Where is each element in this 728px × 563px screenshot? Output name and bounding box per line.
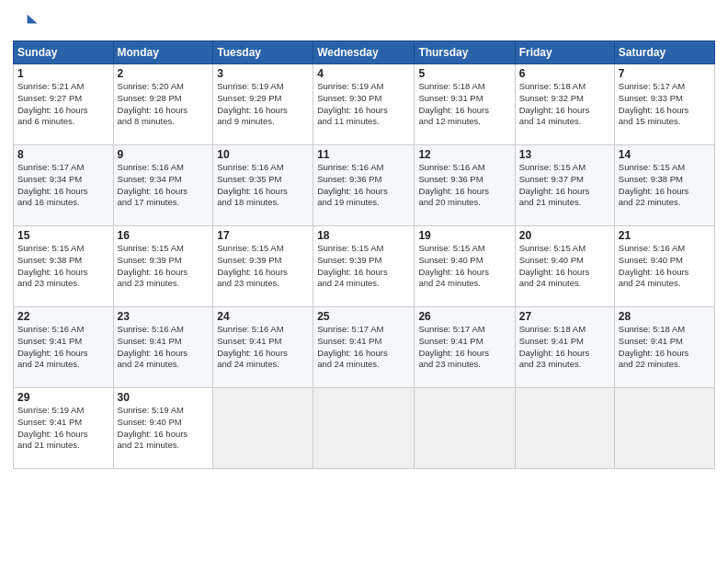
- calendar-cell: 27Sunrise: 5:18 AMSunset: 9:41 PMDayligh…: [515, 307, 614, 388]
- daylight-label: Daylight: 16 hours: [418, 348, 489, 358]
- calendar-week-1: 1Sunrise: 5:21 AMSunset: 9:27 PMDaylight…: [14, 64, 715, 145]
- sunrise-label: Sunrise: 5:15 AM: [519, 243, 586, 253]
- daylight-minutes: and 24 minutes.: [619, 278, 681, 288]
- day-info: Sunrise: 5:15 AMSunset: 9:38 PMDaylight:…: [17, 243, 109, 290]
- day-number: 19: [418, 229, 510, 242]
- day-number: 18: [317, 229, 410, 242]
- daylight-label: Daylight: 16 hours: [118, 186, 188, 196]
- calendar-cell: [614, 388, 714, 469]
- daylight-minutes: and 23 minutes.: [418, 359, 481, 369]
- daylight-minutes: and 12 minutes.: [418, 116, 481, 126]
- daylight-minutes: and 24 minutes.: [217, 359, 279, 369]
- sunset-label: Sunset: 9:32 PM: [519, 93, 584, 103]
- day-number: 27: [519, 310, 610, 323]
- day-number: 2: [118, 67, 210, 80]
- sunrise-label: Sunrise: 5:15 AM: [519, 162, 586, 172]
- daylight-label: Daylight: 16 hours: [118, 105, 188, 115]
- daylight-minutes: and 23 minutes.: [217, 278, 279, 288]
- day-number: 24: [217, 310, 309, 323]
- day-info: Sunrise: 5:20 AMSunset: 9:28 PMDaylight:…: [118, 81, 210, 128]
- daylight-label: Daylight: 16 hours: [118, 348, 188, 358]
- daylight-minutes: and 23 minutes.: [519, 359, 582, 369]
- calendar-cell: 15Sunrise: 5:15 AMSunset: 9:38 PMDayligh…: [14, 226, 114, 307]
- sunrise-label: Sunrise: 5:19 AM: [317, 81, 383, 91]
- daylight-minutes: and 24 minutes.: [418, 278, 481, 288]
- sunset-label: Sunset: 9:31 PM: [418, 93, 483, 103]
- day-number: 17: [217, 229, 309, 242]
- day-info: Sunrise: 5:19 AMSunset: 9:40 PMDaylight:…: [118, 405, 210, 452]
- day-number: 14: [619, 148, 711, 161]
- day-number: 21: [619, 229, 711, 242]
- sunrise-label: Sunrise: 5:17 AM: [418, 324, 484, 334]
- sunrise-label: Sunrise: 5:15 AM: [217, 243, 283, 253]
- day-info: Sunrise: 5:16 AMSunset: 9:36 PMDaylight:…: [418, 162, 510, 209]
- calendar-cell: 2Sunrise: 5:20 AMSunset: 9:28 PMDaylight…: [113, 64, 213, 145]
- calendar-cell: 24Sunrise: 5:16 AMSunset: 9:41 PMDayligh…: [213, 307, 313, 388]
- daylight-label: Daylight: 16 hours: [519, 348, 590, 358]
- calendar-cell: 22Sunrise: 5:16 AMSunset: 9:41 PMDayligh…: [14, 307, 114, 388]
- day-info: Sunrise: 5:16 AMSunset: 9:41 PMDaylight:…: [17, 324, 109, 371]
- sunset-label: Sunset: 9:40 PM: [519, 255, 584, 265]
- sunset-label: Sunset: 9:40 PM: [118, 417, 182, 427]
- calendar-table: SundayMondayTuesdayWednesdayThursdayFrid…: [13, 40, 715, 469]
- sunset-label: Sunset: 9:29 PM: [217, 93, 281, 103]
- daylight-label: Daylight: 16 hours: [118, 429, 188, 439]
- day-number: 23: [118, 310, 210, 323]
- day-number: 8: [17, 148, 109, 161]
- sunset-label: Sunset: 9:36 PM: [418, 174, 483, 184]
- day-info: Sunrise: 5:18 AMSunset: 9:41 PMDaylight:…: [619, 324, 711, 371]
- calendar-cell: [213, 388, 313, 469]
- sunset-label: Sunset: 9:39 PM: [118, 255, 182, 265]
- sunset-label: Sunset: 9:41 PM: [217, 336, 281, 346]
- daylight-minutes: and 19 minutes.: [317, 197, 380, 207]
- calendar-cell: [515, 388, 614, 469]
- sunrise-label: Sunrise: 5:15 AM: [619, 162, 685, 172]
- daylight-label: Daylight: 16 hours: [217, 348, 288, 358]
- sunset-label: Sunset: 9:40 PM: [619, 255, 683, 265]
- sunrise-label: Sunrise: 5:17 AM: [17, 162, 84, 172]
- sunrise-label: Sunrise: 5:17 AM: [317, 324, 383, 334]
- daylight-label: Daylight: 16 hours: [17, 105, 88, 115]
- sunset-label: Sunset: 9:38 PM: [17, 255, 82, 265]
- calendar-cell: 1Sunrise: 5:21 AMSunset: 9:27 PMDaylight…: [14, 64, 114, 145]
- daylight-minutes: and 21 minutes.: [519, 197, 582, 207]
- svg-rect-2: [14, 10, 27, 33]
- sunset-label: Sunset: 9:41 PM: [317, 336, 381, 346]
- sunrise-label: Sunrise: 5:18 AM: [418, 81, 484, 91]
- day-number: 12: [418, 148, 510, 161]
- calendar-cell: 12Sunrise: 5:16 AMSunset: 9:36 PMDayligh…: [415, 145, 515, 226]
- day-info: Sunrise: 5:17 AMSunset: 9:33 PMDaylight:…: [619, 81, 711, 128]
- daylight-label: Daylight: 16 hours: [418, 267, 489, 277]
- sunset-label: Sunset: 9:41 PM: [519, 336, 584, 346]
- calendar-week-2: 8Sunrise: 5:17 AMSunset: 9:34 PMDaylight…: [14, 145, 715, 226]
- sunrise-label: Sunrise: 5:16 AM: [17, 324, 84, 334]
- sunrise-label: Sunrise: 5:18 AM: [519, 81, 586, 91]
- sunrise-label: Sunrise: 5:21 AM: [17, 81, 84, 91]
- day-number: 4: [317, 67, 410, 80]
- daylight-minutes: and 8 minutes.: [118, 116, 175, 126]
- calendar-cell: 26Sunrise: 5:17 AMSunset: 9:41 PMDayligh…: [415, 307, 515, 388]
- day-info: Sunrise: 5:15 AMSunset: 9:39 PMDaylight:…: [217, 243, 309, 290]
- day-info: Sunrise: 5:16 AMSunset: 9:41 PMDaylight:…: [217, 324, 309, 371]
- sunrise-label: Sunrise: 5:19 AM: [17, 405, 84, 415]
- day-info: Sunrise: 5:18 AMSunset: 9:32 PMDaylight:…: [519, 81, 610, 128]
- daylight-minutes: and 23 minutes.: [17, 278, 80, 288]
- day-number: 20: [519, 229, 610, 242]
- day-number: 7: [619, 67, 711, 80]
- calendar-cell: [415, 388, 515, 469]
- daylight-minutes: and 24 minutes.: [317, 278, 380, 288]
- daylight-minutes: and 24 minutes.: [317, 359, 380, 369]
- daylight-minutes: and 23 minutes.: [118, 278, 180, 288]
- day-info: Sunrise: 5:15 AMSunset: 9:38 PMDaylight:…: [619, 162, 711, 209]
- sunrise-label: Sunrise: 5:18 AM: [519, 324, 586, 334]
- day-info: Sunrise: 5:15 AMSunset: 9:39 PMDaylight:…: [118, 243, 210, 290]
- day-number: 16: [118, 229, 210, 242]
- calendar-cell: 28Sunrise: 5:18 AMSunset: 9:41 PMDayligh…: [614, 307, 714, 388]
- daylight-minutes: and 9 minutes.: [217, 116, 274, 126]
- calendar-cell: 19Sunrise: 5:15 AMSunset: 9:40 PMDayligh…: [415, 226, 515, 307]
- daylight-label: Daylight: 16 hours: [217, 186, 288, 196]
- daylight-label: Daylight: 16 hours: [17, 267, 88, 277]
- calendar-cell: 13Sunrise: 5:15 AMSunset: 9:37 PMDayligh…: [515, 145, 614, 226]
- sunrise-label: Sunrise: 5:19 AM: [217, 81, 283, 91]
- calendar-cell: 18Sunrise: 5:15 AMSunset: 9:39 PMDayligh…: [313, 226, 415, 307]
